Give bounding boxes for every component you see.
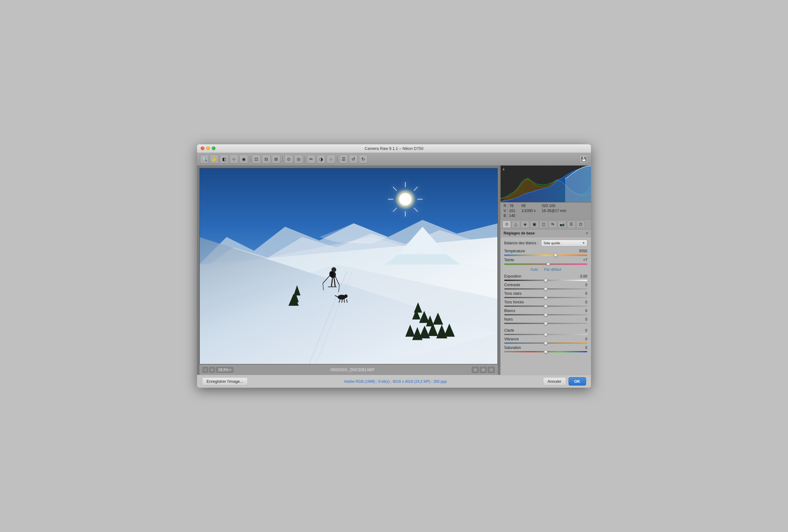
statusbar-icons: ⊟ ⊞ ⊡ <box>472 367 495 373</box>
saturation-label-row: Saturation 0 <box>504 346 587 350</box>
whites-row: Blancs 0 <box>504 309 587 315</box>
hist-arrow-right[interactable]: ▲ <box>586 167 590 171</box>
window-controls <box>201 146 215 150</box>
save-button[interactable]: Enregistrer l'image... <box>202 377 248 386</box>
vibrance-value: 0 <box>576 337 587 341</box>
tab-split-toning[interactable]: ◫ <box>539 221 548 228</box>
exposure-label: Exposition <box>504 274 521 279</box>
crop-tool[interactable]: ⊡ <box>252 155 261 163</box>
cancel-button[interactable]: Annuler <box>543 377 566 386</box>
vibrance-track[interactable] <box>504 343 587 344</box>
shadows-thumb[interactable] <box>544 304 548 308</box>
rotate-cw-btn[interactable]: ↻ <box>359 155 368 163</box>
temperature-track[interactable] <box>504 254 587 256</box>
close-button[interactable] <box>201 146 204 150</box>
adjustments-scroll[interactable]: Réglages de base ≡ Balance des blancs : … <box>500 229 591 375</box>
tab-tone-curve[interactable]: △ <box>512 221 520 228</box>
blacks-label: Noirs <box>504 317 513 322</box>
image-container[interactable] <box>199 168 498 365</box>
tab-camera[interactable]: 📷 <box>558 221 566 228</box>
contrast-track[interactable] <box>504 288 587 289</box>
blacks-thumb[interactable] <box>544 322 548 325</box>
minimize-button[interactable] <box>206 146 210 150</box>
whites-thumb[interactable] <box>544 313 548 316</box>
r-value: R : 78 <box>504 204 515 208</box>
tab-lens[interactable]: fx <box>549 221 557 228</box>
contrast-row: Contraste 0 <box>504 283 587 289</box>
hand-tool[interactable]: ✋ <box>210 155 219 163</box>
temperature-label-row: Température 5550 <box>504 249 587 253</box>
temperature-thumb[interactable] <box>554 253 557 257</box>
filmstrip-icon[interactable]: ⊡ <box>488 367 495 373</box>
color-sample-tool[interactable]: ⊹ <box>230 155 238 163</box>
clarity-track[interactable] <box>504 334 587 335</box>
clarity-thumb[interactable] <box>544 333 548 336</box>
straighten-tool[interactable]: ⊟ <box>262 155 271 163</box>
highlights-label: Tons clairs <box>504 291 522 296</box>
toolbar: 🔍 ✋ ◧ ⊹ ◉ ⊡ ⊟ ⊞ ⊙ ◎ ✏ ◑ ○ ☰ ↺ ↻ 💾 <box>197 153 591 166</box>
image-panel: − + 28,5% ▾ 05022015-_DSC3281.NEF ⊟ ⊞ ⊡ <box>197 166 500 375</box>
shadows-label: Tons foncés <box>504 300 524 304</box>
shadows-value: 0 <box>576 300 587 304</box>
redeye-tool[interactable]: ◎ <box>294 155 303 163</box>
saturation-track[interactable] <box>504 351 587 352</box>
tab-hsl[interactable]: ▣ <box>530 221 539 228</box>
saturation-value: 0 <box>576 346 587 350</box>
white-balance-tool[interactable]: ◧ <box>220 155 229 163</box>
tab-snapshots[interactable]: ⊡ <box>576 221 585 228</box>
radial-filter[interactable]: ○ <box>327 155 335 163</box>
panel-options-icon[interactable]: ≡ <box>586 231 588 235</box>
filename-label: 05022015-_DSC3281.NEF <box>236 368 469 372</box>
clarity-row: Clarté 0 <box>504 328 587 335</box>
blacks-value: 0 <box>576 317 587 322</box>
iso-value: ISO 100 <box>542 204 566 208</box>
shadows-track[interactable] <box>504 306 587 307</box>
titlebar: Camera Raw 9.1.1 – Nikon D750 <box>197 144 591 153</box>
image-statusbar: − + 28,5% ▾ 05022015-_DSC3281.NEF ⊟ ⊞ ⊡ <box>199 364 498 375</box>
exposure-track[interactable] <box>504 280 587 281</box>
highlights-thumb[interactable] <box>544 296 548 300</box>
tint-thumb[interactable] <box>546 262 550 266</box>
hist-arrow-left[interactable]: ▲ <box>502 167 506 171</box>
bottom-bar: Enregistrer l'image... Adobe RGB (1998) … <box>197 375 591 388</box>
zoom-tool[interactable]: 🔍 <box>200 155 209 163</box>
tab-detail[interactable]: ◈ <box>521 221 529 228</box>
default-btn[interactable]: Par défaut <box>544 267 561 272</box>
auto-btn[interactable]: Auto <box>530 267 538 272</box>
spot-removal-tool[interactable]: ⊙ <box>284 155 293 163</box>
zoom-decrease-btn[interactable]: − <box>202 367 208 373</box>
adjustment-brush[interactable]: ✏ <box>307 155 316 163</box>
white-balance-row: Balance des blancs : Telle quelle ▼ <box>504 240 587 246</box>
grid-icon[interactable]: ⊞ <box>480 367 487 373</box>
tab-presets[interactable]: ☰ <box>567 221 576 228</box>
filter-icon[interactable]: ⊟ <box>472 367 479 373</box>
save-icon-btn[interactable]: 💾 <box>579 155 588 163</box>
tint-row: Teinte +7 <box>504 258 587 265</box>
zoom-value-display[interactable]: 28,5% ▾ <box>216 367 233 373</box>
ok-button[interactable]: OK <box>569 377 586 386</box>
white-balance-select[interactable]: Telle quelle ▼ <box>541 240 587 246</box>
main-area: − + 28,5% ▾ 05022015-_DSC3281.NEF ⊟ ⊞ ⊡ <box>197 166 591 375</box>
zoom-increase-btn[interactable]: + <box>209 367 215 373</box>
color-profile-link[interactable]: Adobe RGB (1998) ; 8 bit(s) ; 6016 x 401… <box>248 380 543 384</box>
saturation-row: Saturation 0 <box>504 346 587 352</box>
sep4 <box>337 156 337 162</box>
rotate-ccw-btn[interactable]: ↺ <box>349 155 358 163</box>
blacks-track[interactable] <box>504 323 587 324</box>
graduated-filter[interactable]: ◑ <box>317 155 326 163</box>
whites-track[interactable] <box>504 314 587 315</box>
saturation-label: Saturation <box>504 346 521 350</box>
exposure-thumb[interactable] <box>544 279 548 282</box>
tint-track[interactable] <box>504 263 587 265</box>
transform-tool[interactable]: ⊞ <box>272 155 280 163</box>
contrast-label: Contraste <box>504 283 520 287</box>
saturation-thumb[interactable] <box>544 350 548 353</box>
targeted-adjustment-tool[interactable]: ◉ <box>239 155 248 163</box>
highlights-row: Tons clairs 0 <box>504 291 587 298</box>
highlights-track[interactable] <box>504 297 587 298</box>
tab-basic[interactable]: ⊙ <box>503 221 511 228</box>
maximize-button[interactable] <box>212 146 215 150</box>
preferences-btn[interactable]: ☰ <box>339 155 348 163</box>
vibrance-thumb[interactable] <box>544 341 548 345</box>
contrast-thumb[interactable] <box>544 287 548 291</box>
